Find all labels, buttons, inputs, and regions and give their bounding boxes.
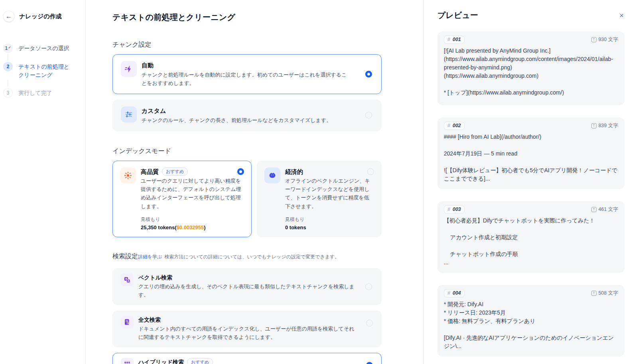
search-option-hybrid[interactable]: ハイブリッド検索 おすすめ 全文検索とベクトル検索を同時に実行し、ユーザーのクエ… bbox=[112, 353, 382, 364]
preview-title: プレビュー bbox=[437, 10, 478, 21]
option-title: 自動 bbox=[142, 61, 373, 70]
chunk-option-automatic[interactable]: 自動 チャンクと前処理ルールを自動的に設定します。初めてのユーザーはこれを選択す… bbox=[112, 54, 382, 94]
sidebar: ← ナレッジの作成 1✓ データソースの選択 2 テキストの前処理とクリーニング… bbox=[0, 0, 86, 364]
sparkle-sun-icon bbox=[120, 167, 136, 183]
option-title: ベクトル検索 bbox=[138, 273, 373, 281]
grid-dots-icon bbox=[121, 358, 134, 364]
chunk-card-004: #004 T508 文字 * 開発元: Dify.AI * リリース日: 202… bbox=[437, 285, 624, 356]
radio-economical[interactable] bbox=[367, 168, 374, 175]
chunk-id-pill: #003 bbox=[444, 205, 465, 214]
text-count-icon: T bbox=[591, 207, 597, 212]
close-icon[interactable]: × bbox=[618, 11, 624, 20]
text-count-icon: T bbox=[591, 291, 597, 296]
sidebar-header: ← ナレッジの作成 bbox=[3, 11, 81, 22]
chunk-option-custom[interactable]: カスタム チャンクのルール、チャンクの長さ、前処理ルールなどをカスタマイズします… bbox=[112, 100, 382, 131]
search-settings-hint: 検索方法についての詳細については、いつでもナレッジの設定で変更できます。 bbox=[165, 254, 340, 260]
index-option-high-quality[interactable]: 高品質 おすすめ ユーザーのクエリに対してより高い精度を提供するために、デフォル… bbox=[112, 161, 252, 237]
option-description: ドキュメント内のすべての用語をインデックス化し、ユーザーが任意の用語を検索してそ… bbox=[138, 325, 373, 341]
index-mode-label: インデックスモード bbox=[112, 147, 423, 155]
option-title: カスタム bbox=[142, 106, 373, 115]
option-title: 高品質 おすすめ bbox=[141, 167, 244, 176]
radio-vector-search[interactable] bbox=[365, 283, 372, 290]
radio-fulltext-search[interactable] bbox=[366, 320, 373, 327]
main-content: テキストの前処理とクリーニング チャンク設定 自動 チャンクと前処理ルールを自動… bbox=[86, 0, 423, 364]
back-button[interactable]: ← bbox=[3, 11, 14, 22]
step-label: テキストの前処理とクリーニング bbox=[18, 62, 74, 79]
char-count: T839 文字 bbox=[591, 122, 618, 129]
chunk-content: 【初心者必見】Difyでチャットボットを実際に作ってみた！ アカウント作成と初期… bbox=[444, 216, 618, 267]
chunk-id-pill: #002 bbox=[444, 122, 465, 130]
hash-icon: # bbox=[447, 123, 450, 128]
estimate-label: 見積もり bbox=[285, 216, 374, 223]
option-description: チャンクのルール、チャンクの長さ、前処理ルールなどをカスタマイズします。 bbox=[142, 116, 373, 124]
estimate-value: 25,350 tokens($0.0032955) bbox=[141, 224, 244, 230]
estimate-price: $0.0032955 bbox=[177, 224, 204, 230]
text-count-icon: T bbox=[591, 123, 597, 128]
step-item-data-source[interactable]: 1✓ データソースの選択 bbox=[3, 43, 81, 53]
piggy-bank-icon bbox=[264, 167, 280, 183]
hash-icon: # bbox=[447, 207, 450, 212]
text-count-icon: T bbox=[591, 37, 597, 42]
chunk-id-pill: #001 bbox=[444, 35, 465, 44]
estimate-label: 見積もり bbox=[141, 216, 244, 223]
app-window: ← ナレッジの作成 1✓ データソースの選択 2 テキストの前処理とクリーニング… bbox=[0, 0, 638, 364]
recommended-badge: おすすめ bbox=[187, 358, 213, 364]
hash-icon: # bbox=[447, 37, 450, 42]
char-count: T461 文字 bbox=[591, 206, 618, 213]
step-item-preprocess[interactable]: 2 テキストの前処理とクリーニング bbox=[3, 62, 81, 79]
search-settings-header: 検索設定 詳細を学ぶ 検索方法についての詳細については、いつでもナレッジの設定で… bbox=[112, 252, 423, 261]
chunk-card-003: #003 T461 文字 【初心者必見】Difyでチャットボットを実際に作ってみ… bbox=[437, 201, 624, 273]
option-description: クエリの埋め込みを生成し、そのベクトル表現に最も類似したテキストチャンクを検索し… bbox=[138, 282, 373, 299]
sliders-icon bbox=[121, 106, 137, 122]
search-settings-label: 検索設定 bbox=[112, 252, 138, 261]
step-badge-3: 3 bbox=[3, 88, 13, 98]
option-title: ハイブリッド検索 おすすめ bbox=[138, 358, 373, 364]
option-title: 経済的 bbox=[285, 167, 374, 176]
step-item-execute[interactable]: 3 実行して完了 bbox=[3, 88, 81, 98]
chunk-settings-label: チャンク設定 bbox=[112, 41, 423, 49]
search-option-fulltext[interactable]: 全文検索 ドキュメント内のすべての用語をインデックス化し、ユーザーが任意の用語を… bbox=[112, 311, 382, 347]
step-label: 実行して完了 bbox=[18, 88, 52, 97]
translate-icon: A bbox=[121, 273, 134, 286]
page-context-title: ナレッジの作成 bbox=[19, 13, 62, 20]
chunk-content: #### [Hiro from AI Lab](/author/author/)… bbox=[444, 133, 618, 183]
radio-high-quality[interactable] bbox=[237, 168, 244, 175]
estimate-value: 0 tokens bbox=[285, 224, 374, 230]
page-title: テキストの前処理とクリーニング bbox=[112, 12, 423, 23]
option-description: ユーザーのクエリに対してより高い精度を提供するために、デフォルトのシステム埋め込… bbox=[141, 177, 244, 210]
step-list: 1✓ データソースの選択 2 テキストの前処理とクリーニング 3 実行して完了 bbox=[3, 43, 81, 98]
index-mode-options: 高品質 おすすめ ユーザーのクエリに対してより高い精度を提供するために、デフォル… bbox=[112, 161, 382, 237]
chunk-card-001: #001 T930 文字 [![AI Lab presented by AnyM… bbox=[437, 31, 624, 105]
chunk-content: [![AI Lab presented by AnyMind Group Inc… bbox=[444, 47, 618, 99]
recommended-badge: おすすめ bbox=[162, 167, 188, 175]
svg-text:A: A bbox=[127, 279, 129, 282]
document-search-icon bbox=[121, 316, 134, 329]
search-option-vector[interactable]: A ベクトル検索 クエリの埋め込みを生成し、そのベクトル表現に最も類似したテキス… bbox=[112, 268, 382, 305]
index-option-economical[interactable]: 経済的 オフラインのベクトルエンジン、キーワードインデックスなどを使用して、トー… bbox=[257, 161, 382, 237]
back-arrow-icon: ← bbox=[6, 13, 12, 20]
step-label: データソースの選択 bbox=[18, 43, 69, 53]
chunk-id-pill: #004 bbox=[444, 289, 465, 297]
chunk-content: * 開発元: Dify.AI * リリース日: 2023年5月 * 価格: 無料… bbox=[444, 300, 618, 350]
option-title: 全文検索 bbox=[138, 316, 373, 324]
step-badge-1: 1✓ bbox=[3, 43, 13, 53]
lightning-bolt-icon bbox=[121, 61, 137, 77]
option-description: オフラインのベクトルエンジン、キーワードインデックスなどを使用して、トークンを消… bbox=[285, 177, 374, 210]
char-count: T930 文字 bbox=[591, 36, 618, 43]
check-icon: ✓ bbox=[8, 45, 11, 49]
learn-more-link[interactable]: 詳細を学ぶ bbox=[138, 254, 162, 260]
radio-custom[interactable] bbox=[365, 112, 372, 119]
preview-panel: プレビュー × #001 T930 文字 [![AI Lab presented… bbox=[423, 0, 638, 364]
hash-icon: # bbox=[447, 290, 450, 296]
step-badge-2: 2 bbox=[3, 62, 13, 71]
radio-automatic[interactable] bbox=[365, 71, 372, 77]
chunk-card-002: #002 T839 文字 #### [Hiro from AI Lab](/au… bbox=[437, 118, 624, 189]
char-count: T508 文字 bbox=[591, 290, 618, 297]
option-description: チャンクと前処理ルールを自動的に設定します。初めてのユーザーはこれを選択すること… bbox=[142, 71, 373, 87]
